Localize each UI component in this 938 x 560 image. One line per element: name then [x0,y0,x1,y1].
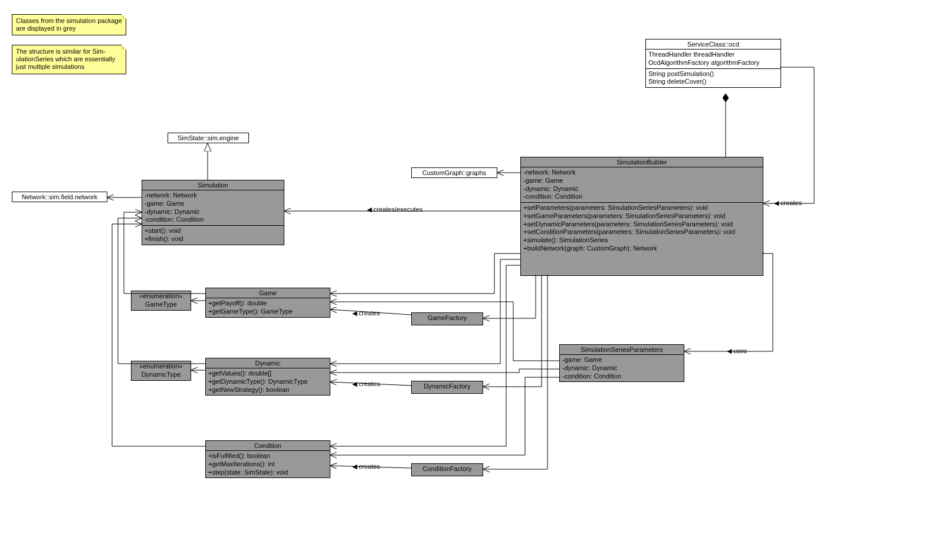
attr: -game: Game [562,356,681,364]
class-title: SimState::sim.engine [168,133,248,143]
class-game: Game +getPayoff(): double +getGameType()… [205,288,330,318]
attr: -dynamic: Dynamic [562,364,681,373]
class-title: CustomGraph::graphs [412,168,497,177]
op: +start(): void [145,227,281,235]
class-dynamic: Dynamic +getValues(): double[] +getDynam… [205,358,330,396]
op: +setGameParameters(parameters: Simulatio… [523,212,760,220]
note-package-grey: Classes from the simulation package are … [12,14,126,35]
class-dynamicfactory: DynamicFactory [411,381,483,394]
attr: -game: Game [145,200,281,208]
label-creates-executes: ◀ creates/executes [366,206,424,213]
attr: -condition: Condition [523,193,760,201]
attr: -dynamic: Dynamic [145,208,281,216]
label-uses: ◀ uses [726,347,748,355]
attr: -condition: Condition [562,373,681,381]
stereotype: «enumeration» [134,292,188,301]
class-conditionfactory: ConditionFactory [411,463,483,476]
attr: -condition: Condition [145,216,281,224]
class-network-ext: Network::sim.field.network [12,192,107,202]
label-creates-condition: ◀ creates [351,463,381,470]
class-gametype: «enumeration» GameType [131,291,191,311]
class-dynamictype: «enumeration» DynamicType [131,361,191,381]
op: +step(state: SimState): void [208,469,327,477]
class-simstate: SimState::sim.engine [168,133,249,143]
op: +isFulfilled(): boolean [208,452,327,460]
note-simulation-series: The structure is similar for Sim-ulation… [12,45,126,74]
attr: -network: Network [523,169,760,177]
attr: ThreadHandler threadHandler [648,51,778,59]
class-title: GameFactory [412,313,483,322]
class-condition: Condition +isFulfilled(): boolean +getMa… [205,440,330,478]
label-creates-dynamic: ◀ creates [351,380,381,388]
op: +getPayoff(): double [208,299,327,308]
op: +getDynamicType(): DynamicType [208,378,327,386]
op: String postSimulation() [648,70,778,78]
op: +getMaxIterations(): int [208,460,327,469]
class-title: Game [206,288,330,298]
op: +setConditionParameters(parameters: Simu… [523,228,760,236]
class-title: SimulationBuilder [521,157,763,167]
label-creates-builder: ◀ creates [773,199,803,207]
class-customgraph: CustomGraph::graphs [411,167,497,178]
class-serviceclass: ServiceClass::ocd ThreadHandler threadHa… [645,39,781,88]
class-title: Network::sim.field.network [12,192,107,202]
class-title: Dynamic [206,358,330,368]
class-title: DynamicType [134,371,188,379]
op: +getGameType(): GameType [208,308,327,316]
class-title: Simulation [142,180,284,190]
stereotype: «enumeration» [134,363,188,371]
op: +getValues(): double[] [208,370,327,378]
class-title: GameType [134,301,188,309]
label-creates-game: ◀ creates [351,309,381,317]
class-simulation: Simulation -network: Network -game: Game… [142,180,284,245]
op: +simulate(): SimulationSeries [523,236,760,245]
attr: -network: Network [145,192,281,200]
op: String deleteCover() [648,78,778,86]
op: +buildNetwork(graph: CustomGraph): Netwo… [523,245,760,253]
op: +setDynamicParameters(parameters: Simula… [523,220,760,229]
class-simulationbuilder: SimulationBuilder -network: Network -gam… [520,157,763,276]
class-title: DynamicFactory [412,381,483,391]
class-gamefactory: GameFactory [411,312,483,325]
attr: -game: Game [523,177,760,185]
attr: -dynamic: Dynamic [523,185,760,193]
class-title: ConditionFactory [412,464,483,473]
class-title: ServiceClass::ocd [646,39,780,50]
class-title: SimulationSeriesParameters [560,345,684,355]
op: +getNewStrategy(): boolean [208,386,327,394]
class-title: Condition [206,441,330,451]
attr: OcdAlgorithmFactory algorithmFactory [648,59,778,67]
op: +setParameters(parameters: SimulationSer… [523,204,760,212]
class-ssp: SimulationSeriesParameters -game: Game -… [559,344,684,382]
op: +finish(): void [145,235,281,243]
